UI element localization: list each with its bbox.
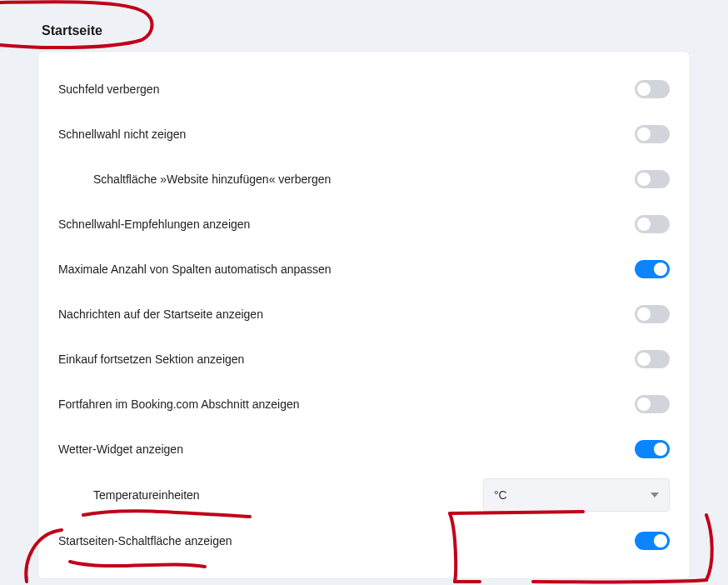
row-show-recs: Schnellwahl-Empfehlungen anzeigen (58, 202, 670, 247)
label-show-news: Nachrichten auf der Startseite anzeigen (58, 308, 635, 321)
toggle-show-recs[interactable] (635, 215, 670, 233)
chevron-down-icon (651, 492, 659, 498)
label-hide-add-site: Schaltfläche »Website hinzufügen« verber… (58, 172, 635, 186)
label-hide-speed-dial: Schnellwahl nicht zeigen (58, 128, 635, 141)
row-show-home-button: Startseiten-Schaltfläche anzeigen (58, 518, 670, 563)
label-auto-columns: Maximale Anzahl von Spalten automatisch … (58, 262, 635, 276)
page-title: Startseite (0, 0, 728, 38)
row-show-weather: Wetter-Widget anzeigen (58, 427, 670, 472)
label-show-home-button: Startseiten-Schaltfläche anzeigen (58, 534, 635, 548)
label-continue-shopping: Einkauf fortsetzen Sektion anzeigen (58, 352, 635, 366)
row-continue-shopping: Einkauf fortsetzen Sektion anzeigen (58, 337, 670, 382)
toggle-continue-booking[interactable] (635, 395, 670, 413)
row-show-news: Nachrichten auf der Startseite anzeigen (58, 292, 670, 337)
row-continue-booking: Fortfahren im Booking.com Abschnitt anze… (58, 382, 670, 427)
settings-panel: Suchfeld verbergen Schnellwahl nicht zei… (38, 52, 690, 578)
toggle-show-news[interactable] (635, 305, 670, 323)
toggle-hide-add-site[interactable] (635, 170, 670, 188)
select-temperature-units[interactable]: °C (483, 478, 670, 512)
row-hide-add-site: Schaltfläche »Website hinzufügen« verber… (58, 157, 670, 202)
label-show-recs: Schnellwahl-Empfehlungen anzeigen (58, 218, 635, 231)
label-continue-booking: Fortfahren im Booking.com Abschnitt anze… (58, 398, 635, 411)
toggle-hide-search[interactable] (635, 80, 670, 98)
row-temperature-units: Temperatureinheiten °C (58, 472, 670, 518)
label-hide-search: Suchfeld verbergen (58, 82, 635, 96)
toggle-show-weather[interactable] (635, 440, 670, 458)
toggle-auto-columns[interactable] (635, 260, 670, 278)
toggle-hide-speed-dial[interactable] (635, 125, 670, 143)
select-temperature-value: °C (494, 488, 507, 502)
row-auto-columns: Maximale Anzahl von Spalten automatisch … (58, 247, 670, 292)
row-hide-search: Suchfeld verbergen (58, 67, 670, 112)
toggle-show-home-button[interactable] (635, 532, 670, 550)
toggle-continue-shopping[interactable] (635, 350, 670, 368)
label-temperature-units: Temperatureinheiten (58, 488, 364, 502)
label-show-weather: Wetter-Widget anzeigen (58, 442, 635, 456)
row-hide-speed-dial: Schnellwahl nicht zeigen (58, 112, 670, 157)
